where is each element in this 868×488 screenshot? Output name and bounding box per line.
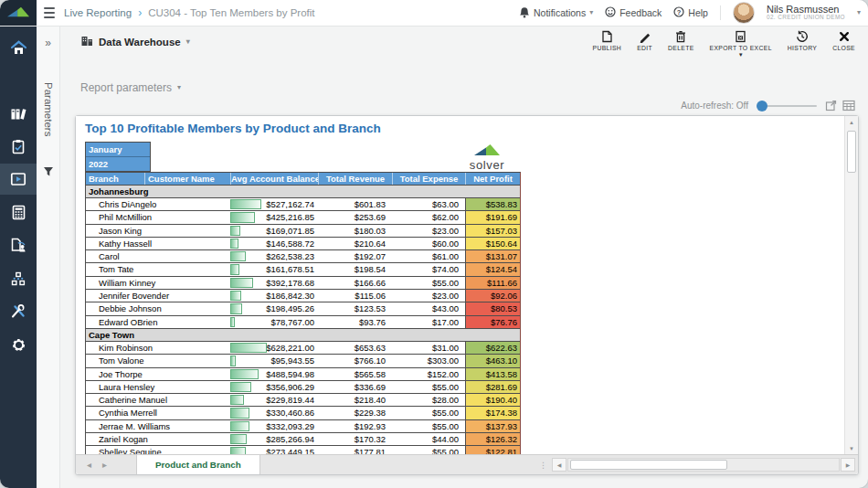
solver-logo-icon (6, 5, 30, 21)
vertical-scroll-thumb[interactable] (847, 131, 856, 173)
period-month-cell: January (86, 143, 150, 156)
slider-knob[interactable] (757, 101, 767, 111)
horizontal-scroll-track[interactable] (567, 458, 840, 472)
sidebar-item-member-documents[interactable] (0, 229, 37, 260)
customer-name-cell: Carol (86, 250, 230, 262)
edit-button[interactable]: Edit (637, 30, 652, 51)
data-source-label: Data Warehouse (99, 37, 181, 48)
scroll-up-icon[interactable]: ▲ (845, 116, 858, 129)
horizontal-scroll-thumb[interactable] (570, 460, 727, 470)
customer-name-cell: Catherine Manuel (86, 394, 230, 406)
tab-scroll-right-icon[interactable]: ▸ (97, 455, 112, 474)
vertical-scrollbar[interactable]: ▲ ▼ (844, 116, 858, 455)
scroll-left-icon[interactable]: ◀ (552, 458, 566, 472)
member-row: Debbie Johnson$198,495.26$123.53$43.00$8… (86, 302, 520, 315)
report-table: BranchCustomer NameAvg Account BalanceTo… (85, 172, 521, 455)
total-expense-cell: $60.00 (392, 238, 465, 249)
avg-balance-cell: $392,178.68 (230, 277, 318, 289)
parameters-rail: » Parameters (37, 26, 60, 488)
customer-name-cell: Jennifer Bovender (86, 290, 230, 302)
tab-scroll-left-icon[interactable]: ◂ (81, 455, 97, 474)
export-to-excel-button[interactable]: Export to Excel▼ (710, 30, 772, 57)
sidebar-item-report-archive[interactable] (0, 99, 37, 130)
action-label: Delete (668, 45, 694, 51)
user-avatar[interactable] (733, 2, 755, 24)
member-row: Jason King$169,071.85$180.03$23.00$157.0… (86, 225, 520, 238)
splitter-handle-icon[interactable]: ⋮ (539, 461, 547, 470)
total-revenue-cell: $218.40 (318, 394, 392, 406)
member-row: Phil McMillion$425,216.85$253.69$62.00$1… (86, 211, 520, 224)
member-row: Carol$262,538.23$192.07$61.00$131.07 (86, 250, 520, 263)
total-expense-cell: $152.00 (392, 368, 465, 380)
balance-data-bar (230, 434, 247, 444)
total-expense-cell: $63.00 (392, 198, 465, 210)
customer-name-cell: Laura Hensley (86, 381, 230, 393)
hamburger-menu-icon[interactable] (44, 7, 55, 18)
balance-data-bar (230, 355, 236, 366)
filter-funnel-icon[interactable] (43, 164, 54, 181)
customer-name-cell: William Kinney (86, 277, 230, 289)
avg-balance-cell: $425,216.85 (230, 211, 318, 223)
sidebar-item-live-reporting[interactable] (0, 164, 37, 195)
export-excel-icon (735, 30, 746, 43)
parameters-rail-label[interactable]: Parameters (37, 57, 59, 163)
open-in-new-window-icon[interactable] (825, 100, 837, 111)
calculator-icon (12, 205, 26, 220)
sidebar-item-data-blocks[interactable] (0, 263, 37, 294)
auto-refresh-slider[interactable] (757, 101, 817, 111)
question-circle-icon: ? (673, 6, 684, 19)
history-button[interactable]: History (788, 30, 817, 51)
top-bar-right: Notifications ▾ Feedback ? Help Nils Ras… (519, 0, 861, 26)
expand-rail-icon[interactable]: » (37, 37, 59, 49)
data-source-picker[interactable]: Data Warehouse ▾ (80, 35, 190, 48)
notifications-menu[interactable]: Notifications ▾ (519, 6, 593, 20)
total-revenue-cell: $253.69 (318, 211, 392, 223)
total-expense-cell: $44.00 (392, 433, 465, 445)
avg-balance-cell: $198,495.26 (230, 302, 318, 314)
feedback-button[interactable]: Feedback (605, 6, 662, 19)
member-row: Zariel Kogan$285,266.94$170.32$44.00$126… (86, 433, 520, 446)
breadcrumb-current: CU304 - Top Ten Members by Profit (148, 7, 314, 18)
balance-data-bar (230, 291, 241, 301)
net-profit-cell: $92.06 (465, 290, 520, 302)
solver-brand: solver (455, 143, 519, 170)
balance-data-bar (230, 199, 261, 209)
scroll-right-icon[interactable]: ▶ (841, 458, 855, 472)
sidebar-item-admin-tools[interactable] (0, 295, 37, 326)
sheet-tab-bar: ◂ ▸ Product and Branch ⋮ ◀ ▶ (76, 454, 858, 474)
total-revenue-cell: $336.69 (318, 381, 392, 393)
member-row: Chris DiAngelo$527,162.74$601.83$63.00$5… (86, 198, 520, 211)
avg-balance-cell: $186,842.30 (230, 290, 318, 302)
user-menu[interactable]: Nils Rasmussen 02. Credit Union Demo (767, 5, 845, 21)
sidebar-item-budgeting[interactable] (0, 196, 37, 228)
app-logo[interactable] (0, 0, 37, 26)
help-button[interactable]: ? Help (673, 6, 708, 19)
sidebar-item-tasks[interactable] (0, 131, 37, 162)
breadcrumb-section[interactable]: Live Reporting (64, 7, 132, 18)
net-profit-cell: $174.38 (465, 407, 520, 419)
balance-data-bar (230, 421, 249, 431)
total-expense-cell: $61.00 (392, 250, 465, 262)
total-expense-cell: $55.00 (392, 407, 465, 419)
column-header: Net Profit (465, 173, 520, 185)
report-viewer-card: Top 10 Profitable Members by Product and… (75, 115, 859, 475)
net-profit-cell: $126.32 (465, 433, 520, 445)
sidebar-item-settings[interactable] (0, 329, 37, 360)
chevron-down-icon[interactable]: ▾ (857, 9, 861, 16)
close-button[interactable]: Close (832, 30, 855, 51)
grid-view-icon[interactable] (842, 100, 855, 111)
breadcrumb-separator-icon: › (138, 6, 142, 19)
sidebar-item-home[interactable] (0, 32, 37, 63)
net-profit-cell: $622.63 (465, 342, 520, 354)
customer-name-cell: Joe Thorpe (86, 368, 230, 380)
total-expense-cell: $28.00 (392, 394, 465, 406)
delete-button[interactable]: Delete (668, 30, 694, 51)
avg-balance-cell: $78,767.00 (230, 316, 318, 328)
report-parameters-toggle[interactable]: Report parameters ▾ (80, 81, 181, 94)
avg-balance-cell: $146,588.72 (230, 238, 318, 249)
publish-button[interactable]: Publish (593, 30, 622, 51)
report-title: Top 10 Profitable Members by Product and… (85, 122, 381, 135)
scroll-down-icon[interactable]: ▼ (845, 442, 858, 455)
balance-data-bar (230, 212, 255, 222)
sheet-tab-product-and-branch[interactable]: Product and Branch (136, 455, 260, 474)
